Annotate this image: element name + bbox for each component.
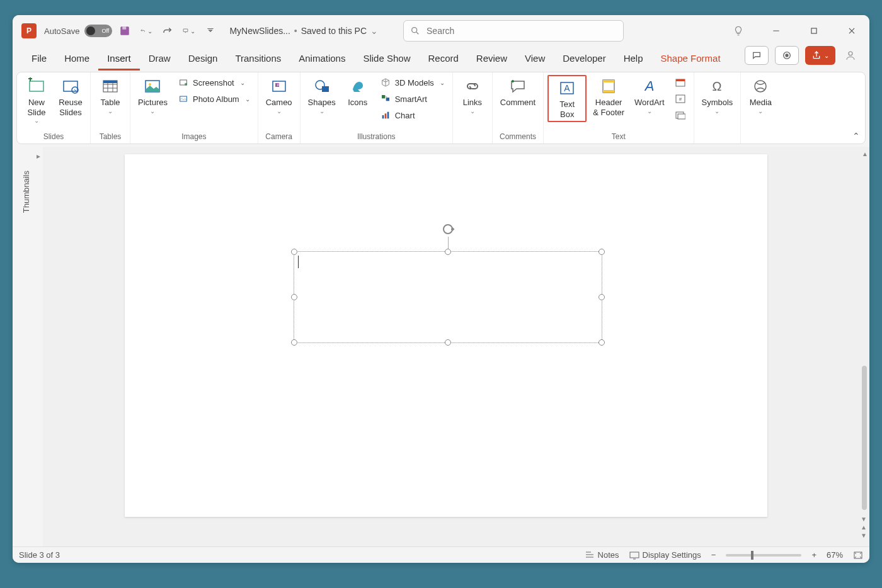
tab-file[interactable]: File bbox=[23, 48, 55, 71]
group-symbols: Ω Symbols⌄ bbox=[694, 72, 742, 144]
tab-home[interactable]: Home bbox=[55, 48, 98, 71]
tab-shape-format[interactable]: Shape Format bbox=[652, 48, 730, 71]
shapes-button[interactable]: Shapes⌄ bbox=[304, 75, 340, 116]
header-footer-button[interactable]: Header & Footer bbox=[589, 75, 628, 118]
canvas-area[interactable]: ▲ ▼ ▲ ▼ bbox=[43, 147, 869, 546]
zoom-out-button[interactable]: − bbox=[711, 550, 716, 560]
rotate-handle-icon[interactable] bbox=[440, 222, 455, 237]
redo-icon[interactable] bbox=[161, 25, 174, 37]
cameo-button[interactable]: P Cameo⌄ bbox=[262, 75, 296, 116]
filename: MyNewSlides... bbox=[229, 26, 290, 36]
tab-design[interactable]: Design bbox=[180, 48, 227, 71]
notes-button[interactable]: Notes bbox=[585, 550, 619, 560]
thumbnails-expand-icon[interactable]: ▸ bbox=[37, 152, 40, 161]
zoom-level[interactable]: 67% bbox=[827, 550, 843, 560]
share-button[interactable]: ⌄ bbox=[805, 46, 835, 65]
table-button[interactable]: Table⌄ bbox=[94, 75, 126, 116]
tab-insert[interactable]: Insert bbox=[98, 48, 140, 71]
handle-mid-right[interactable] bbox=[598, 294, 605, 300]
chart-button[interactable]: Chart bbox=[376, 108, 449, 123]
symbols-label: Symbols bbox=[702, 98, 733, 108]
thumbnails-panel[interactable]: ▸ Thumbnails bbox=[13, 147, 43, 546]
vertical-scrollbar[interactable]: ▲ bbox=[861, 152, 868, 510]
cameo-label: Cameo bbox=[266, 98, 292, 108]
search-input[interactable] bbox=[427, 26, 617, 36]
tab-draw[interactable]: Draw bbox=[140, 48, 180, 71]
present-from-beginning-icon[interactable] bbox=[183, 25, 195, 37]
screenshot-label: Screenshot bbox=[193, 78, 234, 88]
symbols-button[interactable]: Ω Symbols⌄ bbox=[698, 75, 737, 116]
tab-help[interactable]: Help bbox=[615, 48, 652, 71]
new-slide-button[interactable]: New Slide⌄ bbox=[21, 75, 52, 126]
lightbulb-icon[interactable] bbox=[726, 18, 751, 43]
tab-developer[interactable]: Developer bbox=[554, 48, 614, 71]
3d-models-button[interactable]: 3D Models bbox=[376, 75, 449, 90]
search-box[interactable] bbox=[403, 20, 624, 42]
handle-bot-mid[interactable] bbox=[445, 339, 451, 346]
maximize-icon[interactable] bbox=[801, 18, 827, 43]
tabs-right: ⌄ bbox=[745, 43, 859, 71]
minimize-icon[interactable] bbox=[764, 18, 789, 43]
close-icon[interactable] bbox=[839, 18, 864, 43]
icons-button[interactable]: Icons bbox=[342, 75, 374, 109]
tab-animations[interactable]: Animations bbox=[290, 48, 354, 71]
text-box-button[interactable]: A Text Box bbox=[551, 77, 583, 120]
scroll-up-icon[interactable]: ▲ bbox=[862, 150, 868, 157]
screenshot-button[interactable]: Screenshot bbox=[174, 75, 254, 90]
tab-view[interactable]: View bbox=[516, 48, 554, 71]
zoom-in-button[interactable]: + bbox=[811, 550, 816, 560]
reuse-slides-button[interactable]: Reuse Slides bbox=[55, 75, 86, 118]
tab-review[interactable]: Review bbox=[467, 48, 516, 71]
chevron-down-icon[interactable]: ⌄ bbox=[370, 26, 378, 36]
collapse-ribbon-icon[interactable]: ⌃ bbox=[852, 131, 860, 141]
undo-icon[interactable] bbox=[140, 25, 152, 37]
textbox-selection[interactable] bbox=[294, 251, 602, 343]
handle-mid-left[interactable] bbox=[291, 294, 297, 300]
links-button[interactable]: Links⌄ bbox=[457, 75, 488, 116]
handle-top-mid[interactable] bbox=[445, 249, 451, 255]
titlebar: P AutoSave Off MyNewSlides... • Saved to… bbox=[13, 15, 869, 47]
links-label: Links bbox=[463, 98, 482, 108]
save-icon[interactable] bbox=[118, 25, 131, 37]
pictures-button[interactable]: Pictures⌄ bbox=[134, 75, 171, 116]
slide-number-button[interactable]: # bbox=[671, 91, 690, 106]
wordart-icon: A bbox=[639, 76, 660, 96]
handle-top-right[interactable] bbox=[598, 249, 605, 255]
qat-more-icon[interactable] bbox=[204, 25, 217, 37]
autosave-label: AutoSave bbox=[44, 26, 79, 36]
tab-slideshow[interactable]: Slide Show bbox=[354, 48, 419, 71]
toggle-off[interactable]: Off bbox=[84, 25, 112, 37]
comment-button[interactable]: Comment bbox=[496, 75, 539, 109]
handle-bot-right[interactable] bbox=[598, 339, 605, 346]
fit-to-window-button[interactable] bbox=[853, 551, 863, 560]
scroll-down-icon[interactable]: ▼ bbox=[861, 516, 867, 523]
scrollbar-thumb[interactable] bbox=[862, 366, 867, 510]
tab-transitions[interactable]: Transitions bbox=[226, 48, 290, 71]
group-symbols-label bbox=[698, 131, 737, 142]
tab-record[interactable]: Record bbox=[419, 48, 467, 71]
filename-area[interactable]: MyNewSlides... • Saved to this PC ⌄ bbox=[229, 26, 378, 36]
photo-album-button[interactable]: Photo Album bbox=[174, 91, 254, 106]
handle-bot-left[interactable] bbox=[291, 339, 297, 346]
record-button[interactable] bbox=[775, 46, 799, 65]
media-button[interactable]: Media⌄ bbox=[745, 75, 776, 116]
user-icon[interactable] bbox=[842, 43, 859, 68]
comments-button[interactable] bbox=[745, 46, 769, 65]
prev-slide-icon[interactable]: ▲ bbox=[861, 524, 867, 531]
slide-info[interactable]: Slide 3 of 3 bbox=[19, 550, 60, 560]
object-button[interactable] bbox=[671, 108, 690, 123]
autosave-toggle[interactable]: AutoSave Off bbox=[44, 25, 112, 37]
wordart-button[interactable]: A WordArt⌄ bbox=[631, 75, 668, 116]
icons-label: Icons bbox=[348, 98, 367, 108]
svg-rect-22 bbox=[322, 86, 329, 92]
smartart-button[interactable]: SmartArt bbox=[376, 91, 449, 106]
date-time-button[interactable] bbox=[671, 75, 690, 90]
next-slide-icon[interactable]: ▼ bbox=[861, 532, 867, 539]
handle-top-left[interactable] bbox=[291, 249, 297, 255]
slide-canvas[interactable] bbox=[125, 154, 767, 517]
zoom-slider[interactable] bbox=[726, 554, 801, 557]
display-settings-button[interactable]: Display Settings bbox=[629, 550, 701, 560]
svg-rect-12 bbox=[103, 81, 117, 83]
zoom-slider-thumb[interactable] bbox=[751, 551, 753, 560]
comment-icon bbox=[508, 76, 528, 96]
